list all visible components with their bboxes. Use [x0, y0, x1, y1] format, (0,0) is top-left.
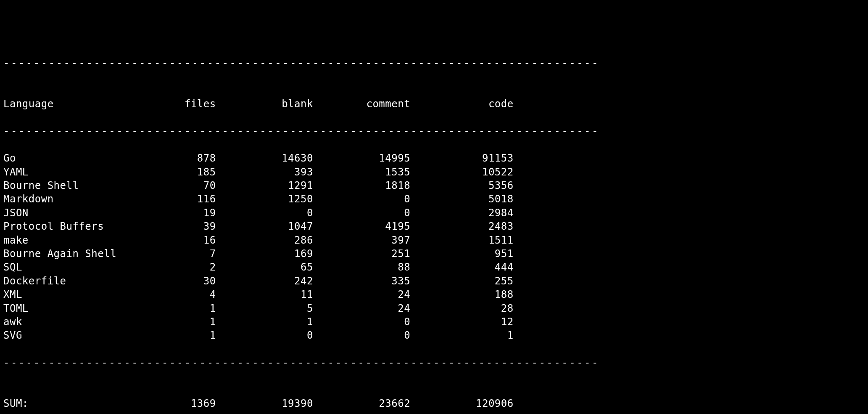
cell-files: 116 [149, 192, 216, 206]
cell-comment: 0 [313, 206, 410, 220]
cell-blank: 0 [216, 329, 313, 342]
cell-language: Markdown [3, 192, 149, 206]
cell-blank: 169 [216, 247, 313, 260]
cell-comment: 88 [313, 260, 410, 274]
separator-before-sum: ----------------------------------------… [3, 356, 865, 369]
cell-code: 444 [410, 260, 514, 274]
cell-files: 70 [149, 179, 216, 192]
cell-language: awk [3, 315, 149, 329]
cell-language: make [3, 234, 149, 247]
cell-blank: 1047 [216, 220, 313, 233]
sum-blank: 19390 [216, 397, 313, 410]
table-row: JSON19002984 [3, 206, 865, 220]
sum-code: 120906 [410, 397, 514, 410]
cell-files: 185 [149, 165, 216, 179]
table-row: Protocol Buffers39104741952483 [3, 220, 865, 233]
cell-language: JSON [3, 206, 149, 220]
table-row: Markdown116125005018 [3, 192, 865, 206]
cell-language: YAML [3, 165, 149, 179]
sum-files: 1369 [149, 397, 216, 410]
cell-code: 1511 [410, 234, 514, 247]
header-files: files [149, 97, 216, 111]
cell-language: Go [3, 151, 149, 165]
table-body: Go878146301499591153YAML185393153510522B… [3, 151, 865, 342]
cell-comment: 0 [313, 315, 410, 329]
cell-language: Bourne Again Shell [3, 247, 149, 260]
table-row: SVG1001 [3, 329, 865, 342]
cell-blank: 5 [216, 302, 313, 315]
cell-code: 10522 [410, 165, 514, 179]
cell-files: 1 [149, 329, 216, 342]
cell-comment: 4195 [313, 220, 410, 233]
cell-language: XML [3, 288, 149, 301]
sum-label: SUM: [3, 397, 149, 410]
table-row: Bourne Again Shell7169251951 [3, 247, 865, 260]
header-language: Language [3, 97, 149, 111]
cell-files: 19 [149, 206, 216, 220]
separator-after-header: ----------------------------------------… [3, 125, 865, 138]
table-row: awk11012 [3, 315, 865, 329]
cell-files: 1 [149, 302, 216, 315]
table-row: XML41124188 [3, 288, 865, 301]
cell-files: 878 [149, 151, 216, 165]
header-code: code [410, 97, 514, 111]
table-row: make162863971511 [3, 234, 865, 247]
table-row: Bourne Shell70129118185356 [3, 179, 865, 192]
table-row: Go878146301499591153 [3, 151, 865, 165]
cell-code: 255 [410, 274, 514, 288]
cell-comment: 14995 [313, 151, 410, 165]
header-row: Languagefilesblankcommentcode [3, 83, 865, 111]
cell-comment: 24 [313, 288, 410, 301]
cell-blank: 0 [216, 206, 313, 220]
cell-language: Dockerfile [3, 274, 149, 288]
table-row: SQL26588444 [3, 260, 865, 274]
cell-code: 1 [410, 329, 514, 342]
cell-blank: 393 [216, 165, 313, 179]
cell-files: 1 [149, 315, 216, 329]
cell-comment: 24 [313, 302, 410, 315]
cell-code: 28 [410, 302, 514, 315]
cell-comment: 251 [313, 247, 410, 260]
cell-language: Protocol Buffers [3, 220, 149, 233]
cell-files: 4 [149, 288, 216, 301]
cell-code: 2984 [410, 206, 514, 220]
cell-comment: 335 [313, 274, 410, 288]
cell-code: 5356 [410, 179, 514, 192]
cell-language: SQL [3, 260, 149, 274]
cell-blank: 1291 [216, 179, 313, 192]
cell-comment: 0 [313, 192, 410, 206]
cell-files: 30 [149, 274, 216, 288]
cell-comment: 1818 [313, 179, 410, 192]
cell-comment: 1535 [313, 165, 410, 179]
cell-comment: 397 [313, 234, 410, 247]
cell-files: 39 [149, 220, 216, 233]
separator-top: ----------------------------------------… [3, 56, 865, 70]
cell-comment: 0 [313, 329, 410, 342]
header-comment: comment [313, 97, 410, 111]
cell-blank: 286 [216, 234, 313, 247]
cloc-output: { "headers": { "language": "Language", "… [0, 0, 868, 414]
cell-code: 91153 [410, 151, 514, 165]
cell-blank: 1250 [216, 192, 313, 206]
cell-files: 2 [149, 260, 216, 274]
cell-blank: 11 [216, 288, 313, 301]
cell-code: 951 [410, 247, 514, 260]
cell-code: 5018 [410, 192, 514, 206]
cell-blank: 14630 [216, 151, 313, 165]
cell-files: 16 [149, 234, 216, 247]
header-blank: blank [216, 97, 313, 111]
table-row: TOML152428 [3, 302, 865, 315]
cell-code: 2483 [410, 220, 514, 233]
cell-language: Bourne Shell [3, 179, 149, 192]
cell-blank: 1 [216, 315, 313, 329]
table-row: YAML185393153510522 [3, 165, 865, 179]
cell-files: 7 [149, 247, 216, 260]
table-row: Dockerfile30242335255 [3, 274, 865, 288]
cell-code: 12 [410, 315, 514, 329]
sum-comment: 23662 [313, 397, 410, 410]
cell-language: SVG [3, 329, 149, 342]
cell-blank: 65 [216, 260, 313, 274]
sum-row: SUM:13691939023662120906 [3, 383, 865, 411]
cell-code: 188 [410, 288, 514, 301]
cell-blank: 242 [216, 274, 313, 288]
